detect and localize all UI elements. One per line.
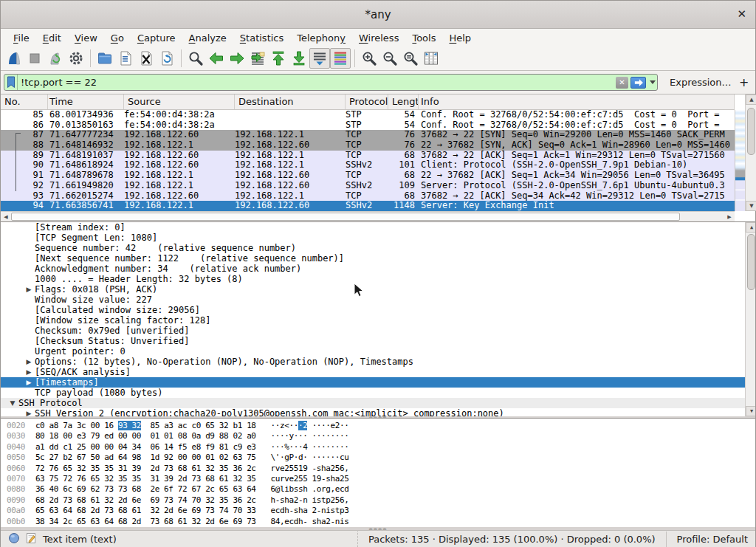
auto-scroll-icon[interactable] xyxy=(309,48,330,69)
hex-row[interactable]: 0040a1 dd c1 25 00 00 04 34 06 14 f5 e8 … xyxy=(1,442,755,453)
detail-line[interactable]: ▶[SEQ/ACK analysis] xyxy=(1,367,745,377)
restart-capture-icon[interactable] xyxy=(45,48,66,69)
hex-row[interactable]: 00a065 63 64 68 2d 73 68 61 32 2d 6e 69 … xyxy=(1,506,755,516)
detail-line[interactable]: [Stream index: 0] xyxy=(1,222,745,233)
intelligent-scrollbar[interactable] xyxy=(735,110,745,211)
hex-row[interactable]: 00b038 34 2c 65 63 64 68 2d 73 68 61 32 … xyxy=(1,517,755,527)
filter-apply-icon[interactable] xyxy=(630,77,646,89)
menu-file[interactable]: File xyxy=(7,31,36,45)
menu-view[interactable]: View xyxy=(68,31,104,45)
find-packet-icon[interactable] xyxy=(185,48,206,69)
expander-right-icon[interactable]: ▶ xyxy=(23,284,35,295)
go-forward-icon[interactable] xyxy=(227,48,247,69)
column-header-protocol[interactable]: Protocol xyxy=(346,94,388,109)
scroll-right-icon[interactable]: ▶ xyxy=(724,212,735,221)
zoom-in-icon[interactable] xyxy=(359,48,379,69)
detail-line[interactable]: [TCP Segment Len: 1080] xyxy=(1,233,745,243)
zoom-out-icon[interactable] xyxy=(379,48,400,69)
hex-row[interactable]: 00505c 27 b2 67 50 ad 64 98 1d 92 00 00 … xyxy=(1,453,755,463)
menu-statistics[interactable]: Statistics xyxy=(233,31,290,45)
go-to-first-icon[interactable] xyxy=(268,48,289,69)
packet-list-vscrollbar[interactable]: ▲ ▼ xyxy=(745,94,756,211)
hex-row[interactable]: 006072 76 65 32 35 35 31 39 2d 73 68 61 … xyxy=(1,464,755,474)
menu-go[interactable]: Go xyxy=(104,31,131,45)
column-header-info[interactable]: Info xyxy=(419,94,735,109)
packet-row[interactable]: 8971.648191037192.168.122.60192.168.122.… xyxy=(1,151,735,161)
hex-row[interactable]: 0020c0 a8 7a 3c 00 16 93 32 85 a3 ac c0 … xyxy=(1,421,755,431)
column-header-source[interactable]: Source xyxy=(124,94,235,109)
detail-line[interactable]: [Window size scaling factor: 128] xyxy=(1,315,745,326)
hex-row[interactable]: 009068 2d 73 68 61 32 2d 6e 69 73 74 70 … xyxy=(1,495,755,506)
add-filter-button[interactable]: + xyxy=(739,75,749,89)
detail-line[interactable]: Urgent pointer: 0 xyxy=(1,346,745,357)
detail-line[interactable]: TCP payload (1080 bytes) xyxy=(1,388,745,398)
capture-comment-icon[interactable] xyxy=(26,532,37,546)
detail-line[interactable]: Sequence number: 42 (relative sequence n… xyxy=(1,243,745,253)
expert-info-icon[interactable] xyxy=(8,532,20,546)
detail-line[interactable]: [Calculated window size: 29056] xyxy=(1,305,745,315)
packet-row[interactable]: 8670.013850163fe:54:00:d4:38:2aSTP54Conf… xyxy=(1,120,735,131)
detail-line[interactable]: [Checksum Status: Unverified] xyxy=(1,336,745,346)
packet-row[interactable]: 9471.663856741192.168.122.1192.168.122.6… xyxy=(1,201,735,211)
details-vscrollbar[interactable]: ▲ ▼ xyxy=(745,222,755,416)
packet-row[interactable]: 9371.662015274192.168.122.60192.168.122.… xyxy=(1,191,735,202)
expander-right-icon[interactable]: ▶ xyxy=(23,408,35,416)
go-to-packet-icon[interactable] xyxy=(247,48,268,69)
detail-line[interactable]: ▼SSH Protocol xyxy=(1,398,745,408)
menu-telephony[interactable]: Telephony xyxy=(290,31,352,45)
column-header-time[interactable]: Time xyxy=(48,94,124,109)
hex-row[interactable]: 003080 18 00 e3 79 ed 00 00 01 01 08 0a … xyxy=(1,431,755,441)
menu-help[interactable]: Help xyxy=(442,31,478,45)
title-bar[interactable]: *any ✕ xyxy=(1,1,755,29)
menu-tools[interactable]: Tools xyxy=(405,31,442,45)
expander-down-icon[interactable]: ▼ xyxy=(7,398,18,408)
expander-right-icon[interactable]: ▶ xyxy=(23,367,35,377)
reload-file-icon[interactable] xyxy=(157,48,177,69)
column-header-destination[interactable]: Destination xyxy=(235,94,346,109)
column-header-length[interactable]: Length xyxy=(388,94,419,109)
column-header-no[interactable]: No. xyxy=(1,94,48,109)
packet-row[interactable]: 8771.647777234192.168.122.60192.168.122.… xyxy=(1,130,735,140)
detail-line[interactable]: Window size value: 227 xyxy=(1,295,745,305)
menu-edit[interactable]: Edit xyxy=(36,31,68,45)
scrollbar-thumb[interactable] xyxy=(747,108,755,155)
start-capture-icon[interactable] xyxy=(4,48,24,69)
filter-history-dropdown-icon[interactable] xyxy=(648,76,657,89)
expander-right-icon[interactable]: ▶ xyxy=(23,357,35,367)
profile-label[interactable]: Profile: Default xyxy=(666,531,755,547)
packet-row[interactable]: 8568.001734936fe:54:00:d4:38:2aSTP54Conf… xyxy=(1,110,735,120)
detail-line[interactable]: Acknowledgment number: 34 (relative ack … xyxy=(1,264,745,274)
scroll-down-icon[interactable]: ▼ xyxy=(746,406,755,416)
packet-list-hscrollbar[interactable]: ◀ ▶ xyxy=(1,211,735,221)
stop-capture-icon[interactable] xyxy=(24,48,45,69)
menu-capture[interactable]: Capture xyxy=(131,31,182,45)
close-file-icon[interactable] xyxy=(136,48,157,69)
go-back-icon[interactable] xyxy=(206,48,227,69)
scroll-left-icon[interactable]: ◀ xyxy=(1,212,11,221)
display-filter-input[interactable] xyxy=(18,77,616,88)
packet-row[interactable]: 9271.661949820192.168.122.1192.168.122.6… xyxy=(1,181,735,191)
expression-button[interactable]: Expression… xyxy=(670,77,732,88)
hex-row[interactable]: 008036 40 6c 69 62 73 73 68 2e 6f 72 67 … xyxy=(1,484,755,495)
detail-line[interactable]: ▶Flags: 0x018 (PSH, ACK) xyxy=(1,284,745,295)
save-file-icon[interactable] xyxy=(115,48,136,69)
scrollbar-thumb[interactable] xyxy=(11,213,680,221)
capture-options-icon[interactable] xyxy=(66,48,86,69)
filter-clear-icon[interactable]: ✕ xyxy=(616,77,628,89)
packet-row[interactable]: 9071.648618924192.168.122.60192.168.122.… xyxy=(1,160,735,171)
scroll-down-icon[interactable]: ▼ xyxy=(746,201,756,211)
scrollbar-thumb[interactable] xyxy=(747,234,755,290)
hex-row[interactable]: 007063 75 72 76 65 32 35 35 31 39 2d 73 … xyxy=(1,474,755,484)
menu-analyze[interactable]: Analyze xyxy=(182,31,233,45)
packet-row[interactable]: 8871.648146932192.168.122.1192.168.122.6… xyxy=(1,140,735,151)
packet-row[interactable]: 9171.648789678192.168.122.1192.168.122.6… xyxy=(1,171,735,181)
detail-line[interactable]: Checksum: 0x79ed [unverified] xyxy=(1,326,745,336)
scroll-up-icon[interactable]: ▲ xyxy=(746,94,756,105)
close-icon[interactable]: ✕ xyxy=(737,7,746,21)
menu-wireless[interactable]: Wireless xyxy=(352,31,405,45)
detail-line[interactable]: ▶[Timestamps] xyxy=(1,377,745,388)
colorize-icon[interactable] xyxy=(330,48,351,69)
detail-line[interactable]: 1000 .... = Header Length: 32 bytes (8) xyxy=(1,274,745,284)
detail-line[interactable]: [Next sequence number: 1122 (relative se… xyxy=(1,253,745,264)
expander-right-icon[interactable]: ▶ xyxy=(23,377,35,388)
